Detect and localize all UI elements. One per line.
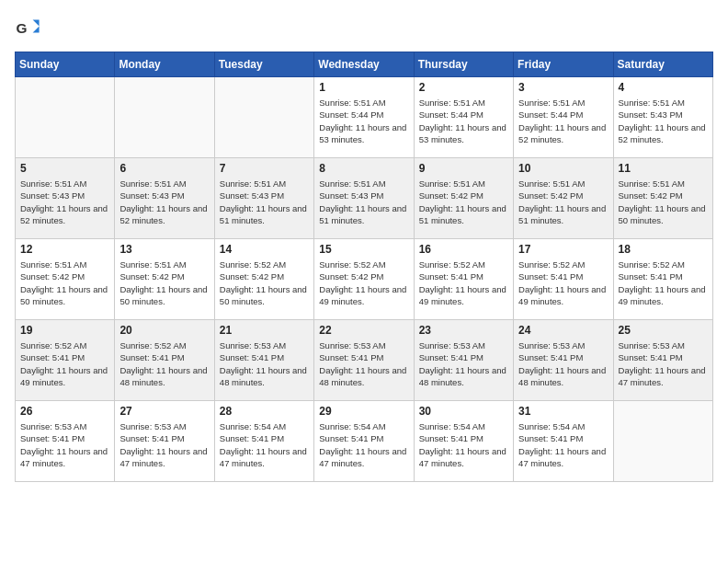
calendar-header-wednesday: Wednesday [314,52,414,77]
day-number: 4 [619,81,708,94]
day-number: 23 [419,324,508,337]
day-number: 7 [220,162,309,175]
day-number: 18 [619,243,708,256]
day-info: Sunrise: 5:51 AM Sunset: 5:43 PM Dayligh… [20,178,109,226]
day-info: Sunrise: 5:54 AM Sunset: 5:41 PM Dayligh… [518,420,608,469]
calendar-day: 7 Sunrise: 5:51 AM Sunset: 5:43 PM Dayli… [214,158,313,239]
calendar-day: 16 Sunrise: 5:52 AM Sunset: 5:41 PM Dayl… [414,239,513,320]
day-number: 1 [319,81,408,94]
day-number: 21 [220,324,309,337]
calendar-day [115,77,214,158]
svg-text:G: G [16,20,27,36]
day-info: Sunrise: 5:51 AM Sunset: 5:44 PM Dayligh… [419,97,508,145]
day-info: Sunrise: 5:54 AM Sunset: 5:41 PM Dayligh… [419,420,508,469]
day-info: Sunrise: 5:51 AM Sunset: 5:44 PM Dayligh… [319,97,408,145]
day-info: Sunrise: 5:51 AM Sunset: 5:42 PM Dayligh… [119,259,209,307]
day-number: 28 [220,405,309,418]
calendar-day: 19 Sunrise: 5:52 AM Sunset: 5:41 PM Dayl… [16,320,115,401]
day-info: Sunrise: 5:51 AM Sunset: 5:42 PM Dayligh… [20,259,109,307]
calendar-header-saturday: Saturday [613,52,712,77]
day-info: Sunrise: 5:53 AM Sunset: 5:41 PM Dayligh… [319,339,408,388]
calendar-header-row: SundayMondayTuesdayWednesdayThursdayFrid… [16,52,713,77]
calendar-header-monday: Monday [115,52,214,77]
calendar-day: 13 Sunrise: 5:51 AM Sunset: 5:42 PM Dayl… [115,239,214,320]
calendar-day: 18 Sunrise: 5:52 AM Sunset: 5:41 PM Dayl… [613,239,712,320]
day-number: 31 [518,405,608,418]
day-info: Sunrise: 5:51 AM Sunset: 5:43 PM Dayligh… [119,178,209,226]
calendar-day: 2 Sunrise: 5:51 AM Sunset: 5:44 PM Dayli… [414,77,513,158]
calendar-day: 15 Sunrise: 5:52 AM Sunset: 5:42 PM Dayl… [314,239,414,320]
day-info: Sunrise: 5:52 AM Sunset: 5:42 PM Dayligh… [220,259,309,307]
day-info: Sunrise: 5:52 AM Sunset: 5:41 PM Dayligh… [419,259,508,307]
day-number: 22 [319,324,408,337]
calendar-header-friday: Friday [514,52,613,77]
day-number: 8 [319,162,408,175]
calendar-week-row: 26 Sunrise: 5:53 AM Sunset: 5:41 PM Dayl… [16,401,713,482]
calendar-day: 21 Sunrise: 5:53 AM Sunset: 5:41 PM Dayl… [214,320,313,401]
day-info: Sunrise: 5:51 AM Sunset: 5:43 PM Dayligh… [619,97,708,145]
day-info: Sunrise: 5:52 AM Sunset: 5:41 PM Dayligh… [119,339,209,388]
day-info: Sunrise: 5:53 AM Sunset: 5:41 PM Dayligh… [20,420,109,469]
page-header: G [15,15,713,40]
calendar-day: 25 Sunrise: 5:53 AM Sunset: 5:41 PM Dayl… [613,320,712,401]
day-number: 20 [119,324,209,337]
logo-icon: G [15,15,40,40]
day-number: 6 [119,162,209,175]
day-info: Sunrise: 5:52 AM Sunset: 5:41 PM Dayligh… [518,259,608,307]
calendar-week-row: 1 Sunrise: 5:51 AM Sunset: 5:44 PM Dayli… [16,77,713,158]
day-number: 29 [319,405,408,418]
calendar-day [16,77,115,158]
day-info: Sunrise: 5:51 AM Sunset: 5:42 PM Dayligh… [419,178,508,226]
calendar-day: 11 Sunrise: 5:51 AM Sunset: 5:42 PM Dayl… [613,158,712,239]
day-info: Sunrise: 5:53 AM Sunset: 5:41 PM Dayligh… [220,339,309,388]
day-number: 13 [119,243,209,256]
day-info: Sunrise: 5:52 AM Sunset: 5:41 PM Dayligh… [20,339,109,388]
calendar-day: 14 Sunrise: 5:52 AM Sunset: 5:42 PM Dayl… [214,239,313,320]
day-info: Sunrise: 5:53 AM Sunset: 5:41 PM Dayligh… [619,339,708,388]
calendar-day: 23 Sunrise: 5:53 AM Sunset: 5:41 PM Dayl… [414,320,513,401]
day-number: 24 [518,324,608,337]
calendar-day: 31 Sunrise: 5:54 AM Sunset: 5:41 PM Dayl… [514,401,613,482]
day-info: Sunrise: 5:51 AM Sunset: 5:43 PM Dayligh… [220,178,309,226]
calendar-day: 1 Sunrise: 5:51 AM Sunset: 5:44 PM Dayli… [314,77,414,158]
calendar-day [214,77,313,158]
calendar-week-row: 12 Sunrise: 5:51 AM Sunset: 5:42 PM Dayl… [16,239,713,320]
calendar-day: 10 Sunrise: 5:51 AM Sunset: 5:42 PM Dayl… [514,158,613,239]
day-number: 5 [20,162,109,175]
day-info: Sunrise: 5:51 AM Sunset: 5:44 PM Dayligh… [518,97,608,145]
calendar-day: 9 Sunrise: 5:51 AM Sunset: 5:42 PM Dayli… [414,158,513,239]
day-number: 30 [419,405,508,418]
day-number: 19 [20,324,109,337]
day-info: Sunrise: 5:52 AM Sunset: 5:41 PM Dayligh… [619,259,708,307]
day-number: 10 [518,162,608,175]
calendar-day: 12 Sunrise: 5:51 AM Sunset: 5:42 PM Dayl… [16,239,115,320]
calendar-day: 6 Sunrise: 5:51 AM Sunset: 5:43 PM Dayli… [115,158,214,239]
day-info: Sunrise: 5:51 AM Sunset: 5:42 PM Dayligh… [518,178,608,226]
calendar-header-tuesday: Tuesday [214,52,313,77]
calendar-week-row: 19 Sunrise: 5:52 AM Sunset: 5:41 PM Dayl… [16,320,713,401]
day-number: 9 [419,162,508,175]
calendar-day: 24 Sunrise: 5:53 AM Sunset: 5:41 PM Dayl… [514,320,613,401]
day-info: Sunrise: 5:51 AM Sunset: 5:42 PM Dayligh… [619,178,708,226]
calendar-day: 26 Sunrise: 5:53 AM Sunset: 5:41 PM Dayl… [16,401,115,482]
calendar-table: SundayMondayTuesdayWednesdayThursdayFrid… [15,52,713,482]
day-info: Sunrise: 5:53 AM Sunset: 5:41 PM Dayligh… [518,339,608,388]
day-info: Sunrise: 5:53 AM Sunset: 5:41 PM Dayligh… [119,420,209,469]
calendar-header-thursday: Thursday [414,52,513,77]
calendar-day: 28 Sunrise: 5:54 AM Sunset: 5:41 PM Dayl… [214,401,313,482]
day-number: 17 [518,243,608,256]
calendar-day: 22 Sunrise: 5:53 AM Sunset: 5:41 PM Dayl… [314,320,414,401]
day-number: 25 [619,324,708,337]
day-number: 26 [20,405,109,418]
svg-marker-1 [33,20,40,33]
day-number: 15 [319,243,408,256]
day-number: 14 [220,243,309,256]
day-number: 3 [518,81,608,94]
day-info: Sunrise: 5:51 AM Sunset: 5:43 PM Dayligh… [319,178,408,226]
day-info: Sunrise: 5:53 AM Sunset: 5:41 PM Dayligh… [419,339,508,388]
logo: G [15,15,44,40]
calendar-header-sunday: Sunday [16,52,115,77]
calendar-day: 27 Sunrise: 5:53 AM Sunset: 5:41 PM Dayl… [115,401,214,482]
day-number: 12 [20,243,109,256]
calendar-week-row: 5 Sunrise: 5:51 AM Sunset: 5:43 PM Dayli… [16,158,713,239]
